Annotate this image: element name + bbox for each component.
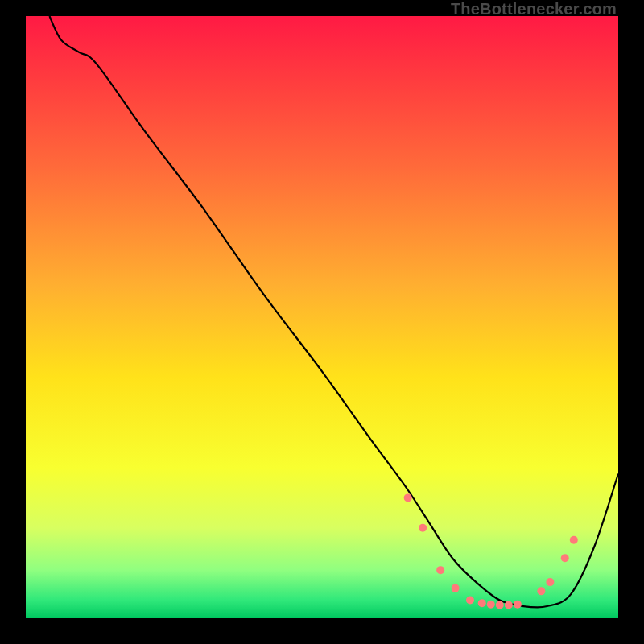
reference-point (570, 536, 578, 544)
bottleneck-chart (26, 16, 618, 618)
reference-point (452, 584, 460, 592)
reference-point (496, 601, 504, 609)
watermark-text: TheBottlenecker.com (451, 0, 617, 19)
reference-point (419, 524, 427, 532)
reference-point (505, 601, 513, 609)
bottleneck-curve (49, 16, 618, 607)
reference-point (561, 554, 569, 562)
reference-point (514, 601, 522, 609)
reference-point (466, 597, 474, 605)
reference-point (546, 578, 554, 586)
reference-point (478, 599, 486, 607)
reference-points (404, 493, 578, 609)
reference-point (404, 493, 412, 502)
reference-point (436, 566, 444, 574)
reference-point (487, 601, 495, 609)
reference-point (537, 587, 545, 595)
chart-frame (26, 16, 618, 618)
